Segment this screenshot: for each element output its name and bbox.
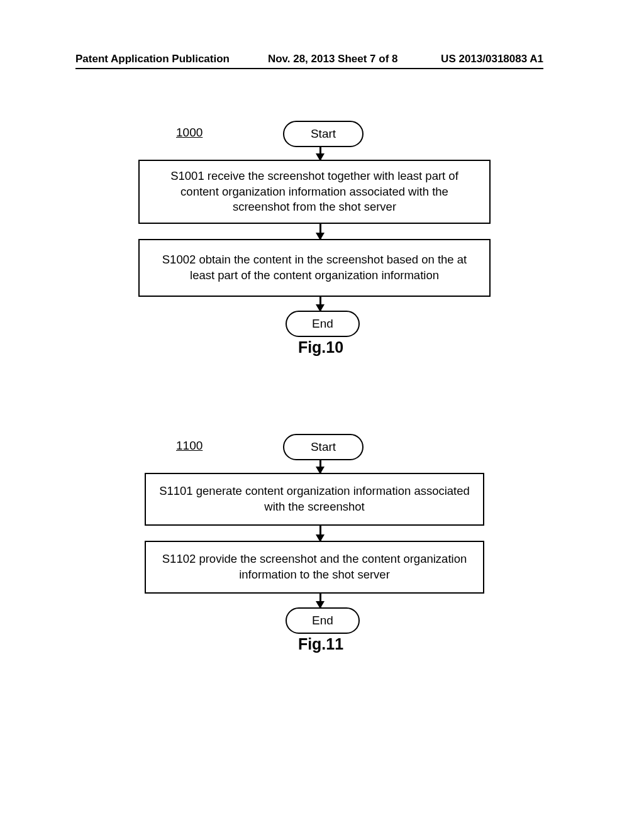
figure-label: Fig.10 (208, 338, 434, 357)
process-step-s1002: S1002 obtain the content in the screensh… (138, 239, 491, 297)
process-step-s1101: S1101 generate content organization info… (145, 473, 484, 526)
arrow-down-icon (319, 460, 321, 473)
header-right: US 2013/0318083 A1 (426, 53, 543, 65)
arrow-down-icon (319, 594, 321, 607)
flowchart-1000: 1000 Start S1001 receive the screenshot … (138, 121, 491, 357)
figure-label: Fig.11 (208, 635, 434, 653)
arrow-down-icon (319, 224, 321, 239)
figure-reference-number: 1100 (176, 439, 203, 453)
figure-reference-number: 1000 (176, 126, 203, 140)
end-terminator: End (286, 311, 360, 337)
header-rule (75, 68, 543, 69)
page-header: Patent Application Publication Nov. 28, … (75, 53, 543, 65)
flowchart-1100: 1100 Start S1101 generate content organi… (138, 434, 491, 653)
arrow-down-icon (319, 297, 321, 311)
header-center: Nov. 28, 2013 Sheet 7 of 8 (239, 53, 426, 65)
end-terminator: End (286, 607, 360, 634)
header-left: Patent Application Publication (75, 53, 239, 65)
arrow-down-icon (319, 526, 321, 541)
process-step-s1001: S1001 receive the screenshot together wi… (138, 160, 491, 224)
process-step-s1102: S1102 provide the screenshot and the con… (145, 541, 484, 594)
arrow-down-icon (319, 147, 321, 160)
start-terminator: Start (283, 121, 364, 147)
start-terminator: Start (283, 434, 364, 460)
